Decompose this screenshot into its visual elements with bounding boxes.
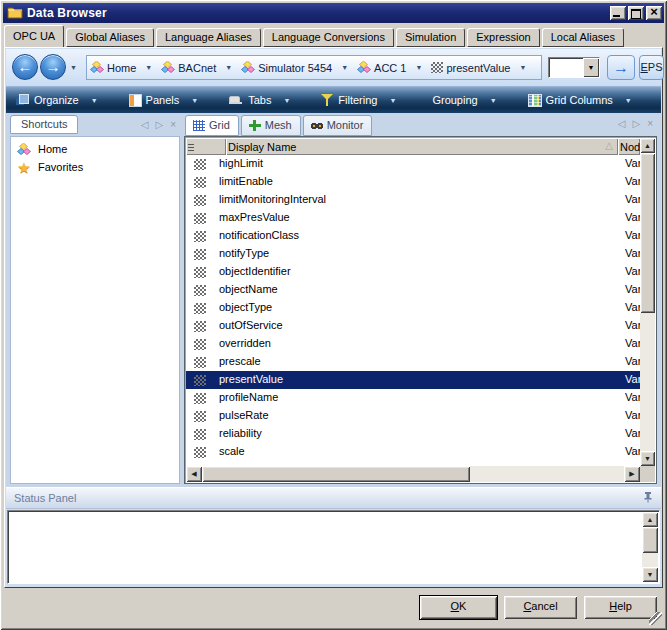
table-row[interactable]: notificationClass Varia xyxy=(186,227,640,245)
grid-horizontal-scrollbar[interactable]: ◀ ▶ xyxy=(186,466,640,482)
panel-nav-left-icon[interactable]: ◁ xyxy=(141,119,149,130)
chevron-down-icon[interactable]: ▼ xyxy=(191,97,198,104)
toolbar-item[interactable]: Organize ▼ xyxy=(16,94,103,106)
table-row[interactable]: limitMonitoringInterval Varia xyxy=(186,191,640,209)
pin-icon[interactable] xyxy=(643,491,653,505)
grid-dots-icon xyxy=(194,159,206,170)
table-row[interactable]: prescale Varia xyxy=(186,353,640,371)
table-row[interactable]: overridden Varia xyxy=(186,335,640,353)
chevron-down-icon[interactable]: ▼ xyxy=(91,97,98,104)
scroll-down-icon[interactable]: ▼ xyxy=(642,567,658,582)
chevron-down-icon[interactable]: ▼ xyxy=(283,97,290,104)
app-tab[interactable]: Language Conversions xyxy=(263,28,394,47)
eps-button[interactable]: EPS xyxy=(639,55,664,80)
status-vertical-scrollbar[interactable]: ▲ ▼ xyxy=(642,512,658,582)
table-row[interactable]: outOfService Varia xyxy=(186,317,640,335)
forward-button[interactable] xyxy=(40,54,66,80)
grid-dots-icon xyxy=(194,321,206,332)
row-display-name: objectType xyxy=(219,301,272,313)
toolbar-item[interactable]: Grid Columns ▼ xyxy=(528,94,637,106)
panel-nav-right-icon[interactable]: ▷ xyxy=(155,119,163,130)
table-row[interactable]: pulseRate Varia xyxy=(186,407,640,425)
toolbar-item[interactable]: Grouping ▼ xyxy=(427,94,501,106)
table-row[interactable]: limitEnable Varia xyxy=(186,173,640,191)
go-button[interactable] xyxy=(607,55,635,80)
scrollbar-thumb[interactable] xyxy=(640,153,655,313)
shortcuts-tab[interactable]: Shortcuts xyxy=(10,115,78,134)
panel-nav-right-icon[interactable]: ▷ xyxy=(632,118,640,129)
panel-close-icon[interactable]: × xyxy=(647,118,653,129)
row-display-name: notifyType xyxy=(219,247,269,259)
scroll-left-icon[interactable]: ◀ xyxy=(186,466,202,482)
scrollbar-thumb[interactable] xyxy=(642,527,658,553)
close-button[interactable] xyxy=(646,6,662,20)
toolbar-item-label: Organize xyxy=(34,94,79,106)
shortcut-item[interactable]: Home xyxy=(11,140,179,158)
main-tab[interactable]: Monitor xyxy=(303,115,373,136)
table-row[interactable]: notifyType Varia xyxy=(186,245,640,263)
grid-header-handle[interactable] xyxy=(186,138,226,155)
maximize-button[interactable] xyxy=(628,6,644,20)
history-dropdown-icon[interactable]: ▼ xyxy=(70,55,77,81)
app-tab[interactable]: OPC UA xyxy=(4,25,64,47)
breadcrumb-item[interactable]: Home ▼ xyxy=(90,61,157,74)
shortcuts-panel: Shortcuts ◁ ▷ × xyxy=(10,115,180,484)
grid-dots-icon xyxy=(194,267,206,278)
app-tab[interactable]: Simulation xyxy=(396,28,465,47)
row-node-class: Varia xyxy=(625,301,640,313)
table-row[interactable]: scale Varia xyxy=(186,443,640,461)
toolbar-item[interactable]: Panels ▼ xyxy=(129,94,204,106)
chevron-down-icon[interactable]: ▼ xyxy=(519,64,526,71)
scroll-up-icon[interactable]: ▲ xyxy=(640,138,655,153)
table-row[interactable]: objectIdentifier Varia xyxy=(186,263,640,281)
app-tab[interactable]: Expression xyxy=(467,28,539,47)
breadcrumb-item[interactable]: ACC 1 ▼ xyxy=(357,61,427,74)
table-row[interactable]: presentValue Varia xyxy=(186,371,640,389)
back-button[interactable] xyxy=(12,54,38,80)
breadcrumb-item[interactable]: BACnet ▼ xyxy=(161,61,237,74)
window-title: Data Browser xyxy=(27,6,107,20)
grid-dots-icon xyxy=(194,357,206,368)
breadcrumb-item[interactable]: presentValue ▼ xyxy=(431,62,531,74)
chevron-down-icon[interactable]: ▼ xyxy=(389,97,396,104)
toolbar-item[interactable]: Tabs ▼ xyxy=(229,94,295,106)
app-tab[interactable]: Language Aliases xyxy=(156,28,261,47)
app-tab[interactable]: Local Aliases xyxy=(542,28,624,47)
chevron-down-icon[interactable]: ▼ xyxy=(490,97,497,104)
grid-vertical-scrollbar[interactable]: ▲ ▼ xyxy=(640,138,655,466)
table-row[interactable]: profileName Varia xyxy=(186,389,640,407)
breadcrumb-item[interactable]: Simulator 5454 ▼ xyxy=(241,61,353,74)
chevron-down-icon[interactable]: ▼ xyxy=(145,64,152,71)
panel-nav-left-icon[interactable]: ◁ xyxy=(618,118,626,129)
table-row[interactable]: objectType Varia xyxy=(186,299,640,317)
panel-close-icon[interactable]: × xyxy=(170,119,176,130)
shortcut-label: Favorites xyxy=(38,161,83,173)
scrollbar-thumb[interactable] xyxy=(202,466,470,482)
ok-button[interactable]: OK xyxy=(420,596,497,619)
chevron-down-icon[interactable]: ▼ xyxy=(341,64,348,71)
table-row[interactable]: maxPresValue Varia xyxy=(186,209,640,227)
chevron-down-icon[interactable]: ▼ xyxy=(415,64,422,71)
table-row[interactable]: objectName Varia xyxy=(186,281,640,299)
main-tab[interactable]: Grid xyxy=(185,115,239,136)
main-tab[interactable]: Mesh xyxy=(241,115,301,136)
minimize-button[interactable] xyxy=(610,6,626,20)
chevron-down-icon[interactable]: ▼ xyxy=(625,97,632,104)
chevron-down-icon[interactable]: ▼ xyxy=(225,64,232,71)
grid-header-node[interactable]: Node xyxy=(618,138,640,155)
toolbar-item[interactable]: Filtering ▼ xyxy=(321,94,401,106)
scroll-down-icon[interactable]: ▼ xyxy=(640,451,655,466)
scroll-right-icon[interactable]: ▶ xyxy=(624,466,640,482)
app-tab[interactable]: Global Aliases xyxy=(66,28,154,47)
resize-grip-icon[interactable] xyxy=(649,612,662,625)
table-row[interactable]: reliability Varia xyxy=(186,425,640,443)
data-grid: Display Name △ Node highLimit Varia xyxy=(184,136,657,484)
grid-header-display-name[interactable]: Display Name △ xyxy=(226,138,618,155)
help-button[interactable]: Help xyxy=(584,596,657,619)
combo-dropdown-button[interactable]: ▼ xyxy=(583,58,599,77)
scroll-up-icon[interactable]: ▲ xyxy=(642,512,658,527)
shortcut-item[interactable]: Favorites xyxy=(11,158,179,176)
table-row[interactable]: highLimit Varia xyxy=(186,155,640,173)
cancel-button[interactable]: Cancel xyxy=(504,596,577,619)
address-combo[interactable]: ▼ xyxy=(548,57,600,78)
